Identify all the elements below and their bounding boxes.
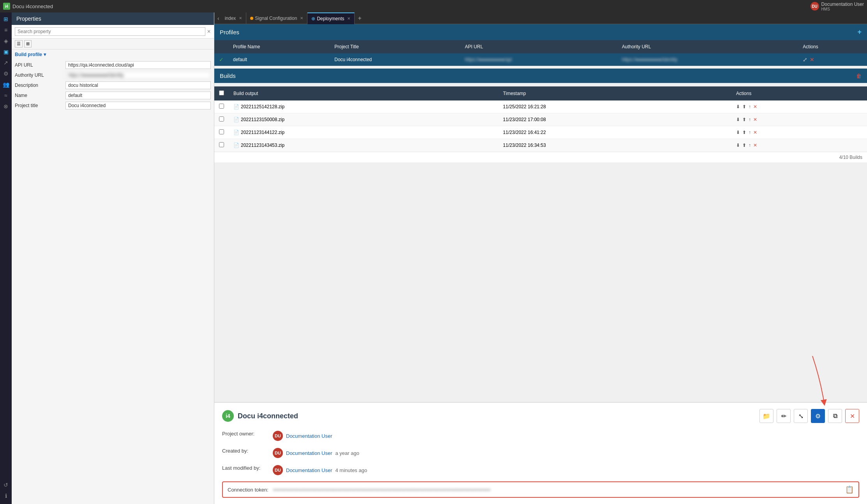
info-icon[interactable]: ℹ	[1, 491, 11, 501]
home-icon[interactable]: ⊞	[1, 14, 11, 24]
settings-icon[interactable]: ⚙	[1, 69, 11, 79]
api-url-input[interactable]	[65, 61, 211, 69]
tab-deployments-icon: ⊕	[311, 16, 315, 21]
deploy-up-icon[interactable]: ⬆	[742, 130, 746, 135]
profile-project-title-cell: Docu i4connected	[330, 53, 460, 66]
tab-deployments[interactable]: ⊕ Deployments ✕	[307, 12, 355, 24]
property-rows: API URL Authority URL Description	[12, 60, 214, 113]
tab-signal-config[interactable]: Signal Configuration ✕	[246, 12, 307, 24]
layers-icon[interactable]: ≡	[1, 25, 11, 35]
prop-label-authority-url: Authority URL	[15, 72, 65, 78]
bottom-panel-header: i4 Docu i4connected 📁 ✏ ⤡ ⚙ ⧉ ✕	[222, 409, 859, 423]
project-title-input[interactable]	[65, 102, 211, 109]
user-avatar: DU	[810, 2, 819, 11]
builds-count: 4/10 Builds	[839, 155, 862, 160]
profiles-add-button[interactable]: +	[857, 28, 862, 36]
deploy-icon[interactable]: ↑	[749, 117, 751, 122]
tag-icon[interactable]: ◈	[1, 36, 11, 46]
build-checkbox[interactable]	[219, 142, 224, 147]
list-view-button[interactable]: ☰	[15, 40, 23, 48]
profile-check: ✓	[214, 53, 228, 66]
prop-label-description: Description	[15, 83, 65, 88]
build-actions: ⬇ ⬆ ↑ ✕	[731, 139, 867, 152]
open-folder-button[interactable]: 📁	[759, 409, 773, 423]
build-profile-toggle[interactable]: Build profile ▾	[12, 49, 214, 60]
tab-deployments-close[interactable]: ✕	[347, 16, 350, 21]
deploy-up-icon[interactable]: ⬆	[742, 143, 746, 148]
monitor-icon[interactable]: ▣	[1, 47, 11, 57]
database-icon[interactable]: ⊗	[1, 101, 11, 111]
modified-link[interactable]: Documentation User	[286, 467, 332, 473]
profile-edit-icon[interactable]: ⤢	[803, 56, 807, 63]
download-icon[interactable]: ⬇	[736, 130, 740, 135]
deploy-icon[interactable]: ↑	[749, 104, 751, 109]
prop-value-authority-url	[65, 71, 211, 79]
download-icon[interactable]: ⬇	[736, 117, 740, 122]
build-button[interactable]: ⚙	[811, 409, 825, 423]
prop-value-description	[65, 81, 211, 89]
name-input[interactable]	[65, 92, 211, 99]
tab-index-close[interactable]: ✕	[239, 16, 242, 20]
download-icon[interactable]: ⬇	[736, 104, 740, 109]
export-button[interactable]: ⤡	[794, 409, 808, 423]
token-value: ●●●●●●●●●●●●●●●●●●●●●●●●●●●●●●●●●●●●●●●●…	[273, 487, 842, 492]
signal-icon[interactable]: ≈	[1, 90, 11, 100]
description-input[interactable]	[65, 81, 211, 89]
select-all-checkbox[interactable]	[219, 90, 224, 95]
created-by-link[interactable]: Documentation User	[286, 450, 332, 456]
token-copy-button[interactable]: 📋	[845, 485, 854, 494]
delete-build-icon[interactable]: ✕	[753, 143, 757, 148]
profile-delete-icon[interactable]: ✕	[810, 56, 814, 63]
modified-value: DU Documentation User 4 minutes ago	[273, 463, 859, 477]
copy-button[interactable]: ⧉	[828, 409, 842, 423]
profile-row-default[interactable]: ✓ default Docu i4connected https://●●●●●…	[214, 53, 867, 66]
deploy-icon[interactable]: ↑	[749, 130, 751, 135]
build-actions: ⬇ ⬆ ↑ ✕	[731, 113, 867, 126]
delete-build-icon[interactable]: ✕	[753, 130, 757, 135]
deploy-icon[interactable]: ↑	[749, 143, 751, 148]
bottom-panel: i4 Docu i4connected 📁 ✏ ⤡ ⚙ ⧉ ✕	[214, 402, 867, 504]
deploy-up-icon[interactable]: ⬆	[742, 104, 746, 109]
builds-delete-button[interactable]: 🗑	[856, 73, 862, 79]
builds-header: Builds 🗑	[214, 69, 867, 83]
builds-section: Builds 🗑 Build output	[214, 69, 867, 162]
deploy-up-icon[interactable]: ⬆	[742, 117, 746, 122]
tab-index[interactable]: index ✕	[221, 12, 247, 24]
delete-build-icon[interactable]: ✕	[753, 117, 757, 122]
grid-view-button[interactable]: ⊞	[24, 40, 32, 48]
delete-build-icon[interactable]: ✕	[753, 104, 757, 109]
build-actions: ⬇ ⬆ ↑ ✕	[731, 100, 867, 113]
token-label: Connection token:	[228, 487, 268, 493]
authority-url-input[interactable]	[65, 71, 211, 79]
build-checkbox[interactable]	[219, 129, 224, 134]
profile-api-url-cell: https://●●●●●●●●●/api	[460, 53, 617, 66]
chart-icon[interactable]: ↗	[1, 58, 11, 68]
file-icon: 📄	[233, 104, 239, 109]
tab-add-button[interactable]: +	[355, 15, 364, 22]
build-timestamp: 11/25/2022 16:21:28	[498, 100, 731, 113]
col-timestamp: Timestamp	[498, 86, 731, 100]
users-icon[interactable]: 👥	[1, 79, 11, 90]
build-profile-label: Build profile	[15, 52, 42, 57]
search-clear-button[interactable]: ✕	[207, 29, 211, 34]
tab-signal-close[interactable]: ✕	[300, 16, 303, 20]
delete-project-button[interactable]: ✕	[845, 409, 859, 423]
right-panel: ‹ index ✕ Signal Configuration ✕ ⊕ Deplo…	[214, 12, 867, 504]
refresh-icon[interactable]: ↺	[1, 480, 11, 490]
download-icon[interactable]: ⬇	[736, 143, 740, 148]
edit-button[interactable]: ✏	[777, 409, 791, 423]
build-checkbox[interactable]	[219, 116, 224, 122]
owner-link[interactable]: Documentation User	[286, 433, 332, 439]
build-checkbox[interactable]	[219, 104, 224, 109]
tab-nav-prev[interactable]: ‹	[216, 15, 221, 21]
prop-row-name: Name	[15, 92, 211, 99]
builds-title: Builds	[220, 72, 236, 79]
main-content: Profiles + Profile Name Project Title AP…	[214, 24, 867, 402]
prop-value-name	[65, 92, 211, 99]
chevron-down-icon: ▾	[44, 52, 46, 57]
modified-time: 4 minutes ago	[335, 467, 367, 473]
user-name: Documentation User	[821, 2, 864, 7]
project-info-rows: Project owner: DU Documentation User Cre…	[222, 429, 859, 477]
tab-signal-label: Signal Configuration	[255, 16, 297, 21]
search-input[interactable]	[15, 27, 205, 36]
